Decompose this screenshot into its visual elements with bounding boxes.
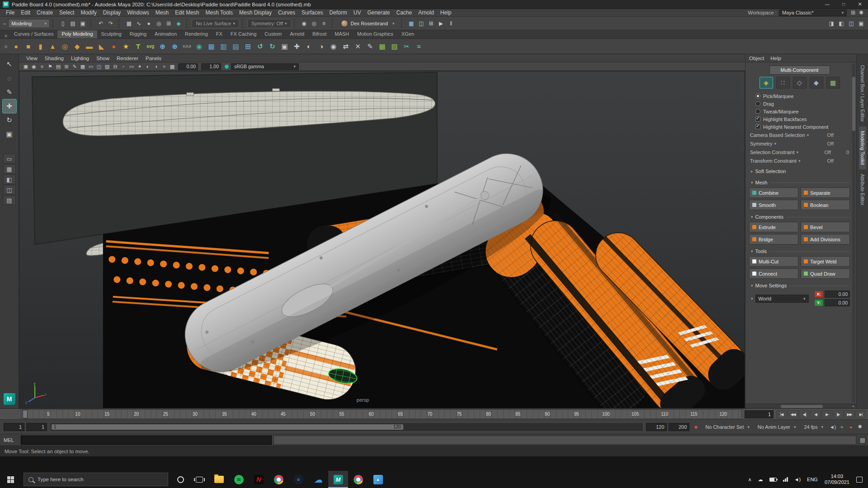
star-primitive-icon[interactable]: ★ [120, 40, 132, 52]
constraint-row[interactable]: Symmetry▾ Off [749, 139, 850, 148]
fps-selector[interactable]: 24 fps▾ [801, 424, 827, 430]
workspace-options-icon[interactable]: ✱ [857, 8, 865, 18]
quad-draw-button[interactable]: Quad Draw [801, 268, 850, 279]
step-forward-key-button[interactable]: |▶ [833, 410, 844, 418]
menu-item[interactable]: Display [100, 9, 124, 16]
mirror-icon[interactable]: ⇄ [340, 40, 352, 52]
menu-set-selector[interactable]: Modeling▾ [8, 19, 50, 28]
render-view-icon[interactable]: ⊞ [426, 19, 436, 28]
stitch-uv-icon[interactable]: ≈ [413, 40, 425, 52]
panel-menu-item[interactable]: Show [93, 54, 113, 62]
separate-icon[interactable]: ◑ [315, 40, 327, 52]
animation-start-field[interactable]: 1 [4, 423, 24, 431]
toolkit-menu-item[interactable]: Help [770, 56, 785, 61]
layout-outliner[interactable]: ▤ [3, 195, 16, 205]
motion-blur-toggle-icon[interactable]: ≈ [160, 63, 168, 70]
current-frame-field[interactable]: 1 [745, 410, 774, 418]
panel-menu-item[interactable]: Renderer [113, 54, 142, 62]
layout-single-pane[interactable]: ▭ [3, 154, 16, 164]
sidebar-tab[interactable]: Attribute Editor [859, 169, 866, 210]
anim-layer-selector[interactable]: No Anim Layer▾ [755, 424, 799, 430]
bevel-button[interactable]: Bevel [801, 222, 850, 232]
auto-key-icon[interactable]: ● [846, 424, 855, 430]
menu-item[interactable]: Modify [77, 9, 99, 16]
two-d-pan-zoom-icon[interactable]: ⊞ [62, 63, 71, 70]
poly-torus-icon[interactable]: ◎ [59, 40, 71, 52]
aa-toggle-icon[interactable]: ▩ [168, 63, 176, 70]
shelf-tab[interactable]: Rendering [181, 30, 212, 38]
redo-icon[interactable]: ↷ [106, 19, 116, 28]
move-settings-section-header[interactable]: ▾Move Settings [749, 283, 850, 288]
face-mode-icon[interactable]: ◆ [810, 77, 823, 89]
pause-icon[interactable]: ‖ [446, 19, 456, 28]
volume-icon[interactable]: ◄) [791, 477, 804, 482]
search-input[interactable] [38, 477, 146, 482]
extrude-icon[interactable]: ▣ [278, 40, 291, 52]
grease-pencil-icon[interactable]: ✎ [71, 63, 79, 70]
go-to-end-button[interactable]: ▶| [855, 410, 866, 418]
ipr-render-icon[interactable]: ◎ [309, 19, 319, 28]
snap-to-grid-icon[interactable]: ▦ [124, 19, 134, 28]
menu-item[interactable]: Curves [275, 9, 298, 16]
layout-four-pane[interactable]: ▦ [3, 164, 16, 174]
target-weld-button[interactable]: Target Weld [801, 256, 850, 267]
menu-item[interactable]: Help [437, 9, 455, 16]
render-frame-icon[interactable]: ◉ [299, 19, 309, 28]
command-input[interactable] [21, 436, 272, 445]
ao-toggle-icon[interactable]: ◑ [152, 63, 160, 70]
shelf-tab[interactable]: MASH [330, 30, 353, 38]
shelf-tab[interactable]: Bifrost [308, 30, 330, 38]
lasso-tool[interactable]: ◌ [3, 71, 16, 85]
multi-cut-icon[interactable]: ✕ [352, 40, 364, 52]
constraint-row[interactable]: Camera Based Selection▾ Off [749, 131, 850, 139]
curve-wrap-icon[interactable]: ↺ [254, 40, 266, 52]
field-chart-icon[interactable]: ⊟ [111, 63, 119, 70]
shelf-tab[interactable]: FX [212, 30, 226, 38]
menu-item[interactable]: Mesh Tools [203, 9, 236, 16]
axis-value-field[interactable]: 0.00 [825, 291, 850, 298]
sidebar-tab[interactable]: Channel Box / Layer Editor [859, 61, 866, 127]
time-ruler[interactable]: 5101520253035404550556065707580859095100… [21, 409, 742, 419]
sculpt-sphere-icon[interactable]: ● [108, 40, 120, 52]
poly-cylinder-icon[interactable]: ▮ [34, 40, 47, 52]
hypershade-icon[interactable]: ▦ [406, 19, 416, 28]
panel-menu-item[interactable]: View [23, 54, 41, 62]
panel-menu-item[interactable]: Lighting [67, 54, 93, 62]
shelf-gear-icon[interactable]: ≡ [2, 44, 10, 49]
step-forward-frame-button[interactable]: ▶▶ [844, 410, 855, 418]
menu-item[interactable]: Cache [393, 9, 415, 16]
layout-pane-split[interactable]: ◫ [3, 185, 16, 195]
netflix-app[interactable] [249, 471, 269, 488]
scale-tool[interactable]: ▣ [3, 127, 16, 141]
symmetry-selector[interactable]: Symmetry: Off▾ [247, 19, 291, 28]
soft-selection-section[interactable]: ▸Soft Selection [749, 167, 850, 176]
shelf-options-icon[interactable]: ≡ [2, 33, 10, 38]
menu-item[interactable]: Deform [326, 9, 350, 16]
menu-item[interactable]: Edit Mesh [172, 9, 202, 16]
playblast-icon[interactable]: ▶ [436, 19, 446, 28]
reset-origin-icon[interactable]: 0,0,0 [181, 40, 193, 52]
mash-network-icon[interactable]: ⊞ [242, 40, 254, 52]
paint-select-tool[interactable]: ✎ [3, 85, 16, 99]
shelf-tab[interactable]: Custom [260, 30, 286, 38]
boolean-button[interactable]: Boolean [801, 200, 850, 210]
toolkit-vertical-scrollbar[interactable] [852, 63, 855, 402]
curve-unwrap-icon[interactable]: ↻ [266, 40, 278, 52]
combine-button[interactable]: Combine [749, 188, 798, 198]
snap-to-point-icon[interactable]: ● [144, 19, 154, 28]
connect-button[interactable]: Connect [749, 268, 798, 279]
constraint-row[interactable]: Transform Constraint▾ Off [749, 156, 850, 165]
shelf-tab[interactable]: Arnold [286, 30, 308, 38]
viewport-3d[interactable]: persp y x z [19, 71, 745, 408]
clock[interactable]: 14:03 07/09/2021 [821, 474, 853, 485]
snap-to-projected-center-icon[interactable]: ◎ [154, 19, 164, 28]
quad-draw-icon[interactable]: ▦ [376, 40, 388, 52]
exposure-field[interactable]: 0.00 [178, 63, 198, 70]
constraint-row[interactable]: Selection Constraint▾ Off0 [749, 148, 850, 156]
vertex-mode-icon[interactable]: ∷ [776, 77, 790, 89]
onedrive-tray-icon[interactable]: ☁ [755, 477, 766, 483]
safe-title-icon[interactable]: ▭ [127, 63, 136, 70]
shelf-tab[interactable]: Curves / Surfaces [10, 30, 57, 38]
action-center-icon[interactable] [853, 477, 866, 483]
account-menu[interactable]: Dex Rosenbrand▾ [337, 20, 398, 27]
